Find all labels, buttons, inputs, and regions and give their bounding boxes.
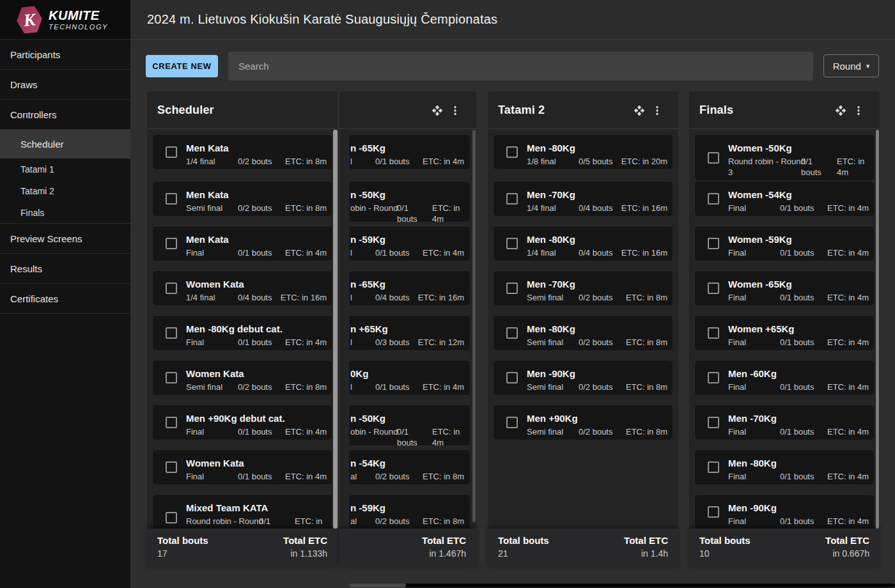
bout-card[interactable]: Men +90KgSemi final0/2 boutsETC: in 8m bbox=[493, 405, 673, 440]
horizontal-scrollbar-track[interactable] bbox=[349, 584, 895, 587]
card-bouts: 0/2 bouts bbox=[579, 382, 613, 392]
sidebar-item-tatami-1[interactable]: Tatami 1 bbox=[0, 159, 130, 180]
bout-card[interactable]: Men -70KgSemi final0/2 boutsETC: in 8m bbox=[493, 270, 673, 306]
page-title: 2024 m. Lietuvos Kiokušin Karatė Suaugus… bbox=[147, 12, 497, 27]
total-etc-value: in 1.4h bbox=[624, 548, 668, 559]
card-round: Final bbox=[728, 203, 746, 213]
bout-card[interactable]: Men -80Kg1/8 final0/5 boutsETC: in 20m bbox=[493, 134, 673, 170]
bout-card[interactable]: Men KataFinal0/1 boutsETC: in 4m bbox=[152, 226, 332, 261]
bout-card[interactable]: Women -50KgRound robin - Round 30/1 bout… bbox=[694, 134, 875, 181]
card-meta: Final0/1 boutsETC: in 4m bbox=[153, 337, 332, 355]
card-title: Men -90Kg bbox=[527, 368, 575, 379]
card-title: Women -54Kg bbox=[728, 189, 792, 200]
card-bouts: 0/1 bouts bbox=[780, 203, 814, 213]
bout-card[interactable]: n -50Kgobin - Round0/1 boutsETC: in 4m bbox=[348, 181, 471, 222]
sidebar-item-draws[interactable]: Draws bbox=[0, 70, 130, 100]
sidebar-item-certificates[interactable]: Certificates bbox=[0, 284, 130, 314]
bout-card[interactable]: Men -80Kg debut cat.Final0/1 boutsETC: i… bbox=[152, 315, 332, 351]
sidebar-item-scheduler[interactable]: Scheduler bbox=[0, 130, 130, 159]
bout-card[interactable]: Men -80KgFinal0/1 boutsETC: in 4m bbox=[694, 449, 875, 485]
bout-card[interactable]: Men Kata1/4 final0/2 boutsETC: in 8m bbox=[152, 134, 332, 170]
card-round: Final bbox=[186, 337, 204, 348]
sidebar-nav: ParticipantsDrawsControllersSchedulerTat… bbox=[0, 40, 130, 314]
bout-card[interactable]: Men -70Kg1/4 final0/4 boutsETC: in 16m bbox=[493, 181, 673, 217]
bout-card[interactable]: Women +65KgFinal0/1 boutsETC: in 4m bbox=[694, 315, 875, 351]
card-etc: ETC: in 16m bbox=[621, 203, 667, 213]
vertical-scrollbar-thumb[interactable] bbox=[333, 130, 338, 529]
card-title: Men -80Kg bbox=[527, 323, 575, 334]
round-dropdown[interactable]: Round ▾ bbox=[823, 54, 879, 77]
bout-card[interactable]: n -59Kgal0/2 boutsETC: in 8m bbox=[348, 494, 471, 529]
board-column-finals: FinalsWomen -50KgRound robin - Round 30/… bbox=[689, 91, 880, 568]
move-column-icon[interactable] bbox=[432, 105, 443, 116]
vertical-scrollbar-thumb[interactable] bbox=[876, 130, 879, 529]
card-bouts: 0/2 bouts bbox=[238, 382, 272, 392]
bout-card[interactable]: Women KataSemi final0/2 boutsETC: in 8m bbox=[152, 360, 332, 396]
create-new-button[interactable]: CREATE NEW bbox=[146, 55, 218, 77]
card-etc: ETC: in 4m bbox=[837, 156, 864, 178]
bout-card[interactable]: Men -90KgSemi final0/2 boutsETC: in 8m bbox=[493, 360, 673, 396]
card-title: n -65Kg bbox=[350, 279, 385, 290]
sidebar: K KUMITE TECHNOLOGY ParticipantsDrawsCon… bbox=[0, 0, 130, 588]
total-bouts-value: 17 bbox=[157, 548, 208, 559]
card-title: n -65Kg bbox=[350, 143, 385, 153]
total-bouts-value: 10 bbox=[699, 548, 751, 559]
bout-card[interactable]: Women -54KgFinal0/1 boutsETC: in 4m bbox=[694, 181, 875, 217]
bout-card[interactable]: Women -59KgFinal0/1 boutsETC: in 4m bbox=[694, 226, 875, 261]
card-title: Women Kata bbox=[186, 279, 244, 290]
bout-card[interactable]: Women KataFinal0/1 boutsETC: in 4m bbox=[152, 449, 332, 485]
sidebar-item-controllers[interactable]: Controllers bbox=[0, 100, 130, 130]
column-totals-footer: Total bouts21Total ETCin 1.4h bbox=[488, 529, 678, 568]
bout-card[interactable]: n -59Kgl0/1 boutsETC: in 4m bbox=[348, 226, 471, 261]
card-bouts: 0/1 bouts bbox=[780, 382, 814, 392]
column-menu-icon[interactable] bbox=[449, 105, 461, 116]
bout-card[interactable]: Men KataSemi final0/2 boutsETC: in 8m bbox=[152, 181, 332, 217]
sidebar-item-results[interactable]: Results bbox=[0, 254, 130, 284]
bout-card[interactable]: 0Kgl0/1 boutsETC: in 4m bbox=[348, 360, 471, 396]
vertical-scrollbar-thumb[interactable] bbox=[472, 130, 476, 522]
horizontal-scrollbar-thumb[interactable] bbox=[349, 584, 406, 587]
card-round: Semi final bbox=[527, 426, 563, 437]
card-round: Final bbox=[186, 426, 204, 437]
bout-card[interactable]: n -65Kgl0/4 boutsETC: in 16m bbox=[348, 270, 471, 306]
sidebar-item-finals[interactable]: Finals bbox=[0, 202, 130, 224]
sidebar-item-participants[interactable]: Participants bbox=[0, 40, 130, 70]
card-meta: Final0/1 boutsETC: in 4m bbox=[695, 247, 874, 265]
move-column-icon[interactable] bbox=[835, 105, 846, 116]
search-input[interactable] bbox=[228, 52, 813, 81]
column-menu-icon[interactable] bbox=[853, 105, 864, 116]
card-title: n -50Kg bbox=[350, 413, 385, 424]
move-column-icon[interactable] bbox=[634, 105, 645, 116]
card-bouts: 0/3 bouts bbox=[375, 337, 410, 348]
brand-logo[interactable]: K KUMITE TECHNOLOGY bbox=[0, 0, 130, 40]
bout-card[interactable]: Women -65KgFinal0/1 boutsETC: in 4m bbox=[694, 270, 875, 306]
bout-card[interactable]: n -50Kgobin - Round0/1 boutsETC: in 4m bbox=[348, 405, 471, 446]
bout-card[interactable]: Mixed Team KATARound robin - Round 10/1 … bbox=[152, 494, 332, 529]
sidebar-item-tatami-2[interactable]: Tatami 2 bbox=[0, 180, 130, 202]
card-etc: ETC: in 4m bbox=[827, 426, 869, 437]
bout-card[interactable]: n -54Kgal0/2 boutsETC: in 8m bbox=[348, 449, 471, 485]
card-title: Men -70Kg bbox=[527, 189, 575, 200]
card-etc: ETC: in 16m bbox=[418, 292, 464, 303]
card-meta: Semi final0/2 boutsETC: in 8m bbox=[494, 382, 673, 399]
sidebar-item-preview-screens[interactable]: Preview Screens bbox=[0, 224, 130, 254]
card-bouts: 0/2 bouts bbox=[238, 203, 272, 213]
bout-card[interactable]: Men -70KgFinal0/1 boutsETC: in 4m bbox=[694, 405, 875, 440]
bout-card[interactable]: Men -80KgSemi final0/2 boutsETC: in 8m bbox=[493, 315, 673, 351]
bout-card[interactable]: Women Kata1/4 final0/4 boutsETC: in 16m bbox=[152, 270, 332, 306]
bout-card[interactable]: Men -60KgFinal0/1 boutsETC: in 4m bbox=[694, 360, 875, 396]
card-meta: 1/4 final0/2 boutsETC: in 8m bbox=[153, 156, 332, 174]
bout-card[interactable]: n -65Kgl0/1 boutsETC: in 4m bbox=[348, 134, 471, 170]
total-bouts-label: Total bouts bbox=[699, 535, 751, 546]
card-meta: Semi final0/2 boutsETC: in 8m bbox=[494, 292, 673, 310]
column-menu-icon[interactable] bbox=[651, 105, 663, 116]
card-title: n -50Kg bbox=[350, 189, 385, 200]
bout-card[interactable]: n +65Kgl0/3 boutsETC: in 12m bbox=[348, 315, 471, 351]
card-title: Men -80Kg debut cat. bbox=[186, 323, 283, 334]
bout-card[interactable]: Men -90KgFinal0/1 boutsETC: in 4m bbox=[694, 494, 875, 529]
card-bouts: 0/2 bouts bbox=[375, 516, 410, 527]
bout-card[interactable]: Men +90Kg debut cat.Final0/1 boutsETC: i… bbox=[152, 405, 332, 440]
total-etc-label: Total ETC bbox=[283, 535, 327, 546]
bout-card[interactable]: Men -80Kg1/4 final0/4 boutsETC: in 16m bbox=[493, 226, 673, 261]
board-column-scheduler: SchedulerMen Kata1/4 final0/2 boutsETC: … bbox=[147, 91, 338, 568]
